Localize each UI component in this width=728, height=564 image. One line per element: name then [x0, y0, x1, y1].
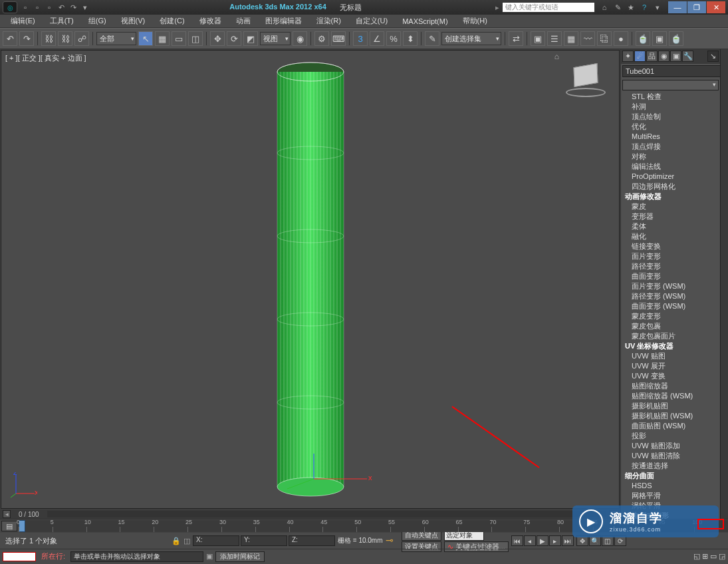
create-tab[interactable]: ✦ — [622, 51, 634, 62]
menu-item[interactable]: 视图(V) — [114, 15, 152, 27]
utilities-tab[interactable]: 🔧 — [682, 51, 693, 62]
window-crossing-button[interactable]: ◫ — [188, 31, 203, 46]
object-name-input[interactable] — [622, 65, 721, 77]
play-button[interactable]: ▶ — [537, 535, 548, 546]
menu-item[interactable]: MAXScript(M) — [396, 16, 454, 27]
modifier-item[interactable]: 对称 — [622, 152, 719, 162]
qat-redo-icon[interactable]: ↷ — [68, 2, 78, 13]
modifier-item[interactable]: 蒙皮 — [622, 202, 719, 212]
modifier-item[interactable]: 优化 — [622, 122, 719, 132]
script-icon[interactable]: ▣ — [206, 552, 213, 561]
ref-coord-combo[interactable]: 视图 — [260, 32, 291, 45]
subscription-icon[interactable]: ⌂ — [599, 2, 610, 13]
modify-tab[interactable]: ☄ — [634, 51, 646, 62]
right-scrollbar[interactable] — [720, 49, 728, 519]
modifier-item[interactable]: 蒙皮包裹面片 — [622, 331, 719, 341]
select-object-button[interactable]: ↖ — [138, 31, 153, 46]
modifier-item[interactable]: UVW 贴图添加 — [622, 441, 719, 451]
time-slider-track[interactable] — [47, 511, 606, 517]
named-selection-combo[interactable]: 创建选择集 — [441, 32, 501, 45]
motion-tab[interactable]: ◉ — [658, 51, 669, 62]
modifier-item[interactable]: 路径变形 — [622, 261, 719, 271]
coord-z-input[interactable]: Z: — [289, 535, 335, 546]
modifier-item[interactable]: 曲面变形 (WSM) — [622, 301, 719, 311]
mirror-button[interactable]: ⇄ — [509, 31, 523, 46]
modifier-item[interactable]: 路径变形 (WSM) — [622, 291, 719, 301]
redo-button[interactable]: ↷ — [19, 31, 34, 46]
modifier-item[interactable]: 顶点绘制 — [622, 112, 719, 122]
modifier-item[interactable]: 网格平滑 — [622, 491, 719, 501]
snap-button[interactable]: 3 — [353, 31, 368, 46]
modifier-item[interactable]: 变形器 — [622, 212, 719, 221]
nav-region-button[interactable]: ▭ — [710, 552, 717, 560]
communication-icon[interactable]: ✎ — [612, 2, 623, 13]
qat-save-icon[interactable]: ▫ — [44, 2, 55, 13]
rotate-button[interactable]: ⟳ — [227, 31, 241, 46]
tube-object[interactable] — [271, 60, 350, 499]
menu-item[interactable]: 动画 — [229, 15, 257, 27]
undo-button[interactable]: ↶ — [3, 31, 17, 46]
nav-max-button[interactable]: ◲ — [719, 552, 725, 560]
material-editor-button[interactable]: ● — [614, 31, 628, 46]
modifier-item[interactable]: 曲面变形 — [622, 271, 719, 281]
viewport[interactable]: [ + ][ 正交 ][ 真实 + 边面 ] ⌂ x — [1, 50, 620, 509]
coord-y-input[interactable]: Y: — [241, 535, 287, 546]
qat-undo-icon[interactable]: ↶ — [56, 2, 66, 13]
graphite-button[interactable]: ▦ — [564, 31, 578, 46]
search-input[interactable]: 键入关键字或短语 — [502, 2, 595, 13]
add-time-tag-button[interactable]: 添加时间标记 — [215, 551, 265, 562]
window-maximize-button[interactable]: ❐ — [687, 1, 706, 13]
set-key-button[interactable]: ⊸ — [386, 535, 399, 547]
modifier-item[interactable]: HSDS — [622, 481, 719, 491]
modifier-item[interactable]: 四边形网格化 — [622, 182, 719, 192]
select-rect-button[interactable]: ▭ — [172, 31, 186, 46]
help-icon[interactable]: ? — [639, 2, 650, 13]
viewcube-home-icon[interactable]: ⌂ — [554, 52, 559, 61]
goto-start-button[interactable]: ⏮ — [511, 535, 523, 546]
modifier-item[interactable]: UVW 贴图 — [622, 351, 719, 361]
modifier-list[interactable]: STL 检查补洞顶点绘制优化MultiRes顶点焊接对称编辑法线ProOptim… — [622, 92, 719, 519]
qat-more-icon[interactable]: ▾ — [80, 2, 90, 13]
modifier-item[interactable]: ProOptimizer — [622, 172, 719, 182]
selection-filter-combo[interactable]: 全部 — [96, 32, 136, 45]
display-tab[interactable]: ▣ — [670, 51, 681, 62]
modifier-item[interactable]: 按通道选择 — [622, 461, 719, 471]
macro-recorder[interactable] — [3, 552, 36, 561]
menu-item[interactable]: 创建(C) — [153, 15, 191, 27]
angle-snap-button[interactable]: ∠ — [370, 31, 384, 46]
spinner-snap-button[interactable]: ⬍ — [403, 31, 418, 46]
menu-item[interactable]: 渲染(R) — [310, 15, 348, 27]
layer-button[interactable]: ☰ — [547, 31, 562, 46]
modifier-item[interactable]: 贴图缩放器 — [622, 381, 719, 391]
modifier-item[interactable]: 补洞 — [622, 102, 719, 112]
qat-new-icon[interactable]: ▫ — [20, 2, 31, 13]
modifier-item[interactable]: 链接变换 — [622, 241, 719, 251]
window-close-button[interactable]: ✕ — [707, 1, 725, 13]
menu-item[interactable]: 图形编辑器 — [259, 15, 308, 27]
menu-item[interactable]: 修改器 — [193, 15, 228, 27]
bind-button[interactable]: ☍ — [74, 31, 89, 46]
next-frame-button[interactable]: ▸ — [549, 535, 561, 546]
modifier-item[interactable]: 蒙皮变形 — [622, 311, 719, 321]
modifier-item[interactable]: 面片变形 — [622, 251, 719, 261]
named-sel-edit-button[interactable]: ✎ — [425, 31, 439, 46]
modifier-item[interactable]: 柔体 — [622, 221, 719, 231]
move-button[interactable]: ✥ — [210, 31, 225, 46]
pivot-button[interactable]: ◉ — [293, 31, 307, 46]
manip-button[interactable]: ⚙ — [314, 31, 329, 46]
favorites-icon[interactable]: ★ — [626, 2, 636, 13]
viewport-label[interactable]: [ + ][ 正交 ][ 真实 + 边面 ] — [5, 53, 86, 63]
infocenter-toggle-icon[interactable]: ▸ — [495, 3, 499, 12]
render-button[interactable]: 🍵 — [669, 31, 683, 46]
nav-zoom-all-button[interactable]: ⊞ — [702, 552, 708, 560]
modifier-item[interactable]: 蒙皮包裹 — [622, 321, 719, 331]
modifier-item[interactable]: UVW 贴图清除 — [622, 451, 719, 461]
modifier-item[interactable]: 融化 — [622, 231, 719, 241]
modifier-item[interactable]: UVW 变换 — [622, 371, 719, 381]
modifier-item[interactable]: 曲面贴图 (WSM) — [622, 421, 719, 431]
isolate-icon[interactable]: ◫ — [183, 537, 190, 545]
percent-snap-button[interactable]: % — [386, 31, 401, 46]
modifier-item[interactable]: MultiRes — [622, 132, 719, 142]
timeline-config-button[interactable]: ▤ — [1, 521, 17, 531]
help-dd-icon[interactable]: ▾ — [652, 2, 663, 13]
